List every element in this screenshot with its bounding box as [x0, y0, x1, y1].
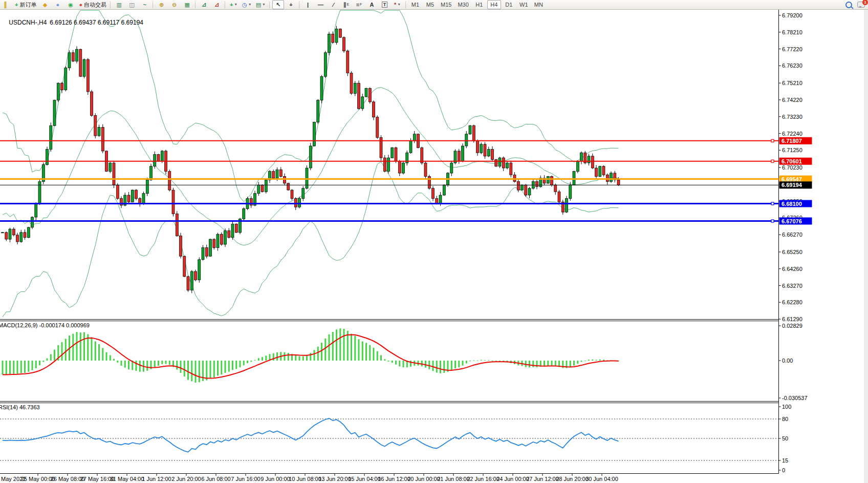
svg-text:6.71807: 6.71807: [782, 138, 802, 144]
indicator-window-add-icon[interactable]: ⊿: [211, 0, 223, 9]
cursor-button[interactable]: ↖: [272, 0, 284, 9]
svg-text:6.69547: 6.69547: [782, 176, 802, 182]
horizontal-line-button[interactable]: —: [315, 0, 327, 9]
svg-text:6.65250: 6.65250: [782, 249, 802, 255]
crosshair-button[interactable]: +: [285, 0, 297, 9]
toolbar-right-group: 1: [845, 2, 865, 8]
eraser-icon: ◆: [43, 1, 47, 8]
svg-text:6.79200: 6.79200: [782, 12, 802, 18]
periods-button[interactable]: ◷▼: [241, 0, 253, 9]
panel-borders: [0, 9, 868, 483]
svg-text:22 Jun 16:00: 22 Jun 16:00: [467, 476, 500, 482]
level-lines[interactable]: [0, 139, 779, 222]
rsi-label: RSI(14) 46.7363: [0, 404, 40, 410]
indicator-window-icon: ⊿: [202, 1, 206, 8]
notification-badge: 1: [862, 0, 868, 5]
new-order-button-label: 新订单: [19, 1, 36, 8]
bar-chart-icon: ▥: [116, 1, 121, 8]
line-chart-icon: ~: [143, 1, 146, 8]
zoom-in-icon[interactable]: ⊕: [156, 0, 167, 9]
svg-text:50: 50: [782, 435, 788, 442]
mt4-window: ▌+新订单◆●◉●自动交易▥◫~⊕⊖▦⊿⊿+▼◷▼▤▼↖+|—∕∥E≡FAT*▼…: [0, 0, 868, 483]
chat-icon[interactable]: 1: [857, 2, 865, 8]
price-chart[interactable]: 6.792006.782106.772206.762306.752106.742…: [0, 9, 868, 483]
line-chart-icon[interactable]: ~: [139, 0, 150, 9]
timeframe-m5[interactable]: M5: [423, 0, 437, 9]
symbol-period-label: USDCNH-,H4: [9, 19, 47, 26]
eraser-icon[interactable]: ◆: [39, 0, 51, 9]
signals-icon[interactable]: ◉: [64, 0, 76, 9]
add-indicator-button[interactable]: +▼: [228, 0, 240, 9]
svg-text:100: 100: [782, 404, 791, 410]
chevron-down-icon: ▼: [248, 1, 252, 8]
chart-title: USDCNH-,H46.69126 6.69437 6.69117 6.6919…: [2, 12, 143, 33]
trendline-button[interactable]: ∕: [328, 0, 339, 9]
toolbar-separator: [195, 2, 196, 8]
timeframe-d1[interactable]: D1: [502, 0, 516, 9]
cursor-button: ↖: [276, 1, 280, 8]
vertical-line-button[interactable]: |: [302, 0, 314, 9]
svg-text:6.71250: 6.71250: [782, 147, 802, 153]
timeframe-mn[interactable]: MN: [532, 0, 546, 9]
svg-text:13 Jun 20:00: 13 Jun 20:00: [318, 476, 351, 482]
svg-text:6.62280: 6.62280: [782, 299, 802, 305]
svg-text:0.02829: 0.02829: [782, 323, 802, 329]
svg-text:6.72240: 6.72240: [782, 131, 802, 137]
arrows-button[interactable]: *▼: [392, 0, 403, 9]
equidistant-channel-button[interactable]: ∥E: [340, 0, 352, 9]
trendline-button: ∕: [333, 1, 334, 8]
indicator-window-icon[interactable]: ⊿: [198, 0, 210, 9]
svg-text:6.66270: 6.66270: [782, 232, 802, 238]
time-axis[interactable]: May 202225 May 00:0026 May 08:0027 May 1…: [1, 474, 618, 482]
template-button[interactable]: ▤▼: [254, 0, 267, 9]
svg-text:80: 80: [782, 416, 788, 422]
fibonacci-button[interactable]: ≡F: [353, 0, 365, 9]
timeframe-m30[interactable]: M30: [455, 0, 471, 9]
svg-text:26 May 08:00: 26 May 08:00: [51, 476, 85, 482]
svg-text:20 Jun 00:00: 20 Jun 00:00: [407, 476, 440, 482]
equidistant-channel-button: ∥: [343, 1, 346, 8]
horizontal-line-button: —: [318, 1, 323, 8]
tile-windows-icon[interactable]: ▦: [181, 0, 193, 9]
clipped-icon: ▌: [1, 0, 12, 9]
price-axis[interactable]: 6.792006.782106.772206.762306.752106.742…: [779, 12, 802, 322]
timeframe-h4[interactable]: H4: [487, 0, 501, 9]
timeframe-m1[interactable]: M1: [408, 0, 422, 9]
svg-text:10 Jun 08:00: 10 Jun 08:00: [289, 476, 321, 482]
ohlc-values: 6.69126 6.69437 6.69117 6.69194: [50, 19, 143, 26]
text-label-button[interactable]: T: [379, 0, 390, 9]
timeframe-m15[interactable]: M15: [438, 0, 454, 9]
svg-text:6.67076: 6.67076: [782, 218, 802, 224]
svg-text:0.00: 0.00: [782, 358, 793, 364]
community-icon[interactable]: ●: [52, 0, 63, 9]
autotrade-button[interactable]: ●自动交易: [77, 0, 108, 9]
zoom-out-icon[interactable]: ⊖: [168, 0, 180, 9]
toolbar-separator: [299, 2, 300, 8]
candles-layer: [2, 26, 620, 293]
svg-text:6.74220: 6.74220: [782, 97, 802, 103]
timeframe-w1[interactable]: W1: [517, 0, 531, 9]
svg-text:6.68100: 6.68100: [782, 201, 802, 207]
new-order-button[interactable]: +新订单: [13, 0, 38, 9]
autotrade-button-label: 自动交易: [84, 1, 106, 8]
toolbar-separator: [153, 2, 154, 8]
svg-text:30 Jun 04:00: 30 Jun 04:00: [585, 476, 618, 482]
bar-chart-icon[interactable]: ▥: [113, 0, 125, 9]
search-icon[interactable]: [845, 2, 852, 8]
macd-histogram: [2, 328, 620, 383]
svg-text:6.76230: 6.76230: [782, 62, 802, 69]
candlestick-chart-icon: ◫: [129, 1, 134, 8]
toolbar-separator: [225, 2, 226, 8]
svg-text:25 May 00:00: 25 May 00:00: [21, 476, 55, 482]
svg-text:-0.030537: -0.030537: [782, 395, 808, 401]
toolbar-separator: [405, 2, 406, 8]
candlestick-chart-icon[interactable]: ◫: [126, 0, 138, 9]
svg-text:6.78210: 6.78210: [782, 29, 802, 35]
zoom-out-icon: ⊖: [172, 1, 177, 8]
svg-text:16 Jun 12:00: 16 Jun 12:00: [378, 476, 410, 482]
text-button: A: [370, 1, 374, 8]
svg-text:9 Jun 00:00: 9 Jun 00:00: [261, 476, 290, 482]
arrows-button: *: [394, 1, 396, 8]
text-button[interactable]: A: [366, 0, 378, 9]
timeframe-h1[interactable]: H1: [472, 0, 486, 9]
